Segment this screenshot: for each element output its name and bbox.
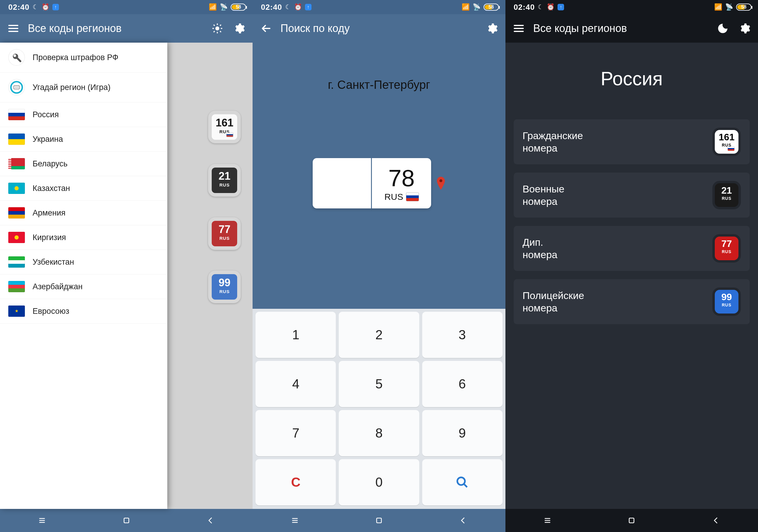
plate-badge[interactable]: 161RUS — [208, 111, 241, 143]
navigation-drawer[interactable]: Проверка штрафов РФ???Угадай регион (Игр… — [0, 43, 167, 509]
flag-by-icon — [8, 158, 25, 169]
category-card[interactable]: Полицейскиеномера99RUS — [514, 279, 750, 324]
game-icon: ??? — [8, 79, 25, 96]
map-pin-button[interactable] — [436, 177, 445, 190]
drawer-item[interactable]: Казахстан — [0, 176, 167, 201]
keypad-key-7[interactable]: 7 — [256, 410, 336, 456]
drawer-item-label: Проверка штрафов РФ — [33, 53, 119, 62]
background-badges: 161RUS21RUS77RUS99RUS — [208, 111, 241, 303]
drawer-item[interactable]: Проверка штрафов РФ — [0, 43, 167, 73]
settings-button[interactable] — [232, 21, 247, 36]
moon-icon: ☾ — [285, 3, 291, 11]
signal-icon: 📶 — [714, 3, 722, 11]
drawer-item[interactable]: Россия — [0, 102, 167, 127]
screen-search: 02:40 ☾ ⏰ ↑ 📶 📡 58 Поиск по коду г. Санк… — [253, 0, 505, 532]
settings-button[interactable] — [737, 21, 752, 36]
category-card[interactable]: Дип.номера77RUS — [514, 226, 750, 271]
brightness-button[interactable] — [210, 21, 225, 36]
svg-point-16 — [439, 180, 442, 183]
back-button[interactable] — [258, 21, 273, 36]
screen-categories: 02:40 ☾ ⏰ ↑ 📶 📡 58 Все коды регионов Рос… — [505, 0, 758, 532]
signal-icon: 📶 — [462, 3, 469, 11]
drawer-item-label: Азербайджан — [33, 282, 83, 291]
back-button[interactable] — [711, 515, 721, 525]
wifi-icon: 📡 — [472, 3, 481, 11]
recent-apps-button[interactable] — [542, 515, 553, 525]
battery-icon: 58 — [484, 4, 499, 11]
svg-line-5 — [214, 25, 215, 26]
home-button[interactable] — [374, 515, 384, 525]
plate-badge[interactable]: 99RUS — [208, 271, 241, 303]
result-region-name: г. Санкт-Петербург — [328, 78, 430, 91]
svg-point-17 — [458, 478, 465, 485]
keypad-key-9[interactable]: 9 — [422, 410, 502, 456]
drawer-item[interactable]: Армения — [0, 201, 167, 225]
main-content: 161RUS21RUS77RUS99RUS Проверка штрафов Р… — [0, 43, 253, 509]
drawer-item[interactable]: Украина — [0, 127, 167, 151]
alarm-icon: ⏰ — [42, 3, 50, 11]
wrench-icon — [8, 49, 25, 66]
category-label: Дип.номера — [523, 236, 558, 261]
plate-badge[interactable]: 21RUS — [208, 164, 241, 197]
recent-apps-button[interactable] — [290, 515, 300, 525]
keypad-key-1[interactable]: 1 — [256, 312, 336, 358]
appbar-title: Поиск по коду — [280, 22, 477, 35]
plate-code: 78 — [388, 165, 415, 192]
moon-icon: ☾ — [33, 3, 39, 11]
upload-icon: ↑ — [52, 4, 59, 10]
drawer-item-label: Украина — [33, 135, 63, 144]
drawer-item[interactable]: Евросоюз — [0, 299, 167, 323]
svg-text:???: ??? — [15, 86, 19, 89]
keypad-key-3[interactable]: 3 — [422, 312, 502, 358]
drawer-item[interactable]: Киргизия — [0, 225, 167, 250]
country-title: Россия — [505, 68, 758, 90]
wifi-icon: 📡 — [220, 3, 228, 11]
menu-button[interactable] — [6, 21, 21, 36]
keypad-key-2[interactable]: 2 — [339, 312, 419, 358]
category-label: Гражданскиеномера — [523, 129, 583, 154]
home-button[interactable] — [627, 515, 637, 525]
appbar-title: Все коды регионов — [28, 22, 203, 35]
category-card[interactable]: Военныеномера21RUS — [514, 173, 750, 217]
back-button[interactable] — [205, 515, 216, 525]
plate-badge[interactable]: 77RUS — [208, 217, 241, 250]
flag-am-icon — [8, 207, 25, 218]
status-bar: 02:40 ☾ ⏰ ↑ 📶 📡 58 — [253, 0, 505, 14]
plate-badge: 99RUS — [712, 287, 741, 316]
flag-ru-icon — [406, 193, 419, 201]
flag-eu-icon — [8, 306, 25, 317]
recent-apps-button[interactable] — [37, 515, 47, 525]
keypad-search-button[interactable] — [422, 459, 502, 505]
drawer-item[interactable]: ???Угадай регион (Игра) — [0, 73, 167, 102]
drawer-item-label: Угадай регион (Игра) — [33, 83, 111, 92]
category-card[interactable]: Гражданскиеномера161RUS — [514, 119, 750, 164]
appbar-title: Все коды регионов — [533, 22, 708, 35]
svg-rect-15 — [124, 518, 129, 523]
drawer-item[interactable]: Азербайджан — [0, 275, 167, 299]
app-bar: Поиск по коду — [253, 14, 505, 43]
drawer-item-label: Киргизия — [33, 233, 66, 242]
app-bar: Все коды регионов — [505, 14, 758, 43]
status-bar: 02:40 ☾ ⏰ ↑ 📶 📡 58 — [505, 0, 758, 14]
keypad-clear-button[interactable]: C — [256, 459, 336, 505]
system-nav-bar — [253, 509, 505, 532]
keypad-key-0[interactable]: 0 — [339, 459, 419, 505]
svg-line-7 — [214, 31, 215, 32]
alarm-icon: ⏰ — [294, 3, 302, 11]
drawer-item[interactable]: Беларусь — [0, 151, 167, 176]
back-button[interactable] — [458, 515, 468, 525]
home-button[interactable] — [121, 515, 131, 525]
system-nav-bar — [505, 509, 758, 532]
settings-button[interactable] — [485, 21, 500, 36]
theme-toggle-button[interactable] — [715, 21, 730, 36]
drawer-item[interactable]: Узбекистан — [0, 250, 167, 275]
flag-ru-icon — [8, 109, 25, 120]
moon-icon: ☾ — [538, 3, 544, 11]
keypad-key-6[interactable]: 6 — [422, 361, 502, 407]
flag-ua-icon — [8, 134, 25, 145]
keypad-key-8[interactable]: 8 — [339, 410, 419, 456]
keypad-key-5[interactable]: 5 — [339, 361, 419, 407]
keypad-key-4[interactable]: 4 — [256, 361, 336, 407]
menu-button[interactable] — [511, 21, 526, 36]
plate-rus: RUS — [384, 192, 403, 202]
